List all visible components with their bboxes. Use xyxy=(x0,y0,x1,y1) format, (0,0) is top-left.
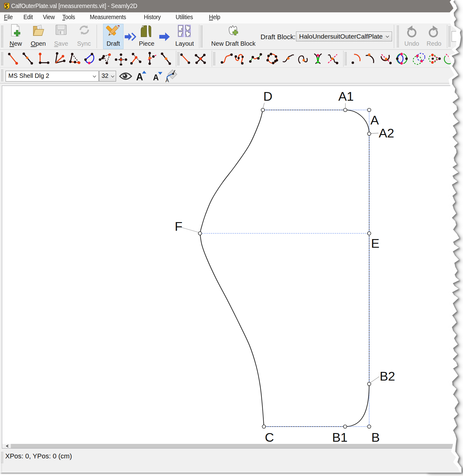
svg-text:E: E xyxy=(371,236,379,251)
svg-text:A1: A1 xyxy=(338,89,354,103)
svg-text:C: C xyxy=(265,430,274,444)
svg-text:B2: B2 xyxy=(380,369,395,383)
svg-text:F: F xyxy=(175,219,182,234)
svg-text:A: A xyxy=(165,78,169,83)
svg-text:A: A xyxy=(370,113,379,127)
svg-text:B1: B1 xyxy=(332,430,348,444)
svg-text:B: B xyxy=(371,430,380,444)
svg-text:A2: A2 xyxy=(379,126,394,140)
svg-text:D: D xyxy=(263,89,273,103)
